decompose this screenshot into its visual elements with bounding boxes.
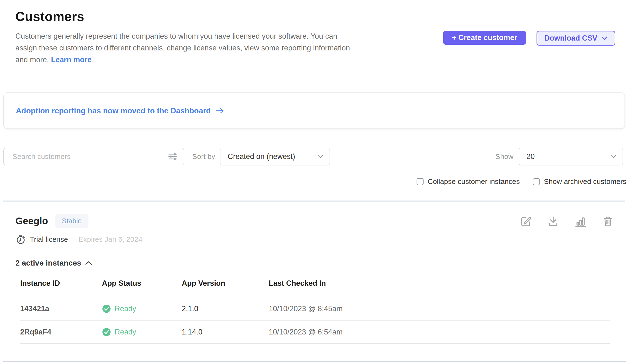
search-input[interactable] [3,148,184,165]
app-version: 2.1.0 [182,297,269,320]
create-customer-button[interactable]: + Create customer [443,31,526,45]
collapse-instances-label: Collapse customer instances [428,178,520,186]
description-line: Customers generally represent the compan… [15,30,350,42]
show-group: Show 20 [495,148,623,166]
adoption-banner-text: Adoption reporting has now moved to the … [16,106,211,115]
check-circle-icon [102,304,111,313]
chevron-up-icon [85,261,92,265]
list-controls: Sort by Created on (newest) Show 20 [0,148,637,166]
show-select[interactable]: 20 [519,148,623,166]
customer-card: Geeglo Stable [0,202,637,344]
show-archived-label: Show archived customers [544,178,626,186]
last-checked-in: 10/10/2023 @ 6:54am [269,320,610,344]
chevron-down-icon [601,36,607,40]
instances-table: Instance ID App Status App Version Last … [20,279,610,344]
sort-select[interactable]: Created on (newest) [220,148,330,166]
customer-name-wrap: Geeglo Stable [15,214,88,228]
delete-customer-button[interactable] [602,215,614,227]
instance-id: 143421a [20,297,102,320]
show-label: Show [495,152,513,161]
customer-actions [520,215,614,227]
status-badge: Ready [115,304,136,313]
filter-sliders-icon[interactable] [168,152,178,161]
app-version: 1.14.0 [182,320,269,344]
last-checked-in: 10/10/2023 @ 8:45am [269,297,610,320]
search-wrap [3,148,184,165]
timer-icon [15,234,26,245]
edit-customer-button[interactable] [520,215,532,227]
trash-icon [602,215,614,227]
analytics-icon [574,215,586,227]
table-row: 143421a Ready 2.1.0 10/10/2023 @ 8:45am [20,297,610,320]
check-circle-icon [102,328,111,337]
download-icon [547,215,559,227]
download-license-button[interactable] [547,215,559,227]
download-csv-label: Download CSV [544,34,597,42]
col-header-app-version: App Version [182,279,269,297]
sort-select-value: Created on (newest) [228,152,295,161]
chevron-down-icon [318,155,323,158]
description-line: and more. Learn more [15,54,350,66]
col-header-app-status: App Status [102,279,182,297]
col-header-instance-id: Instance ID [20,279,102,297]
edit-icon [520,215,532,227]
header-actions: + Create customer Download CSV [443,31,615,66]
customer-head: Geeglo Stable [15,214,614,228]
customer-name[interactable]: Geeglo [15,216,48,226]
description-line: assign these customers to different chan… [15,42,350,54]
show-select-value: 20 [526,152,535,161]
customers-page: Customers Customers generally represent … [0,0,637,364]
table-header-row: Instance ID App Status App Version Last … [20,279,610,297]
bottom-divider [3,361,626,362]
license-expiry: Expires Jan 6, 2024 [79,235,142,244]
description-line-end: and more. [15,56,49,64]
customer-analytics-button[interactable] [574,215,586,227]
arrow-right-icon [215,107,225,114]
channel-badge: Stable [55,214,88,228]
sort-by-label: Sort by [192,152,215,161]
instances-toggle-label: 2 active instances [15,258,81,268]
page-description: Customers generally represent the compan… [15,30,350,66]
app-status-cell: Ready [102,320,182,344]
page-header: Customers Customers generally represent … [0,9,637,66]
table-row: 2Rq9aF4 Ready 1.14.0 10/10/2023 @ 6:54am [20,320,610,344]
app-status-cell: Ready [102,297,182,320]
col-header-last-checked-in: Last Checked In [269,279,610,297]
chevron-down-icon [610,155,616,158]
instances-toggle[interactable]: 2 active instances [15,258,92,268]
adoption-banner-link[interactable]: Adoption reporting has now moved to the … [3,92,625,129]
list-filters: Collapse customer instances Show archive… [0,178,637,186]
instance-id: 2Rq9aF4 [20,320,102,344]
status-badge: Ready [115,328,136,336]
show-archived-checkbox[interactable]: Show archived customers [533,178,626,186]
license-row: Trial license Expires Jan 6, 2024 [15,234,614,245]
license-type-label: Trial license [30,235,68,244]
header-text: Customers Customers generally represent … [15,9,350,66]
checkbox-box[interactable] [416,178,423,185]
page-title: Customers [15,9,350,24]
learn-more-link[interactable]: Learn more [51,56,92,64]
download-csv-button[interactable]: Download CSV [537,31,615,46]
collapse-instances-checkbox[interactable]: Collapse customer instances [416,178,520,186]
checkbox-box[interactable] [533,178,540,185]
